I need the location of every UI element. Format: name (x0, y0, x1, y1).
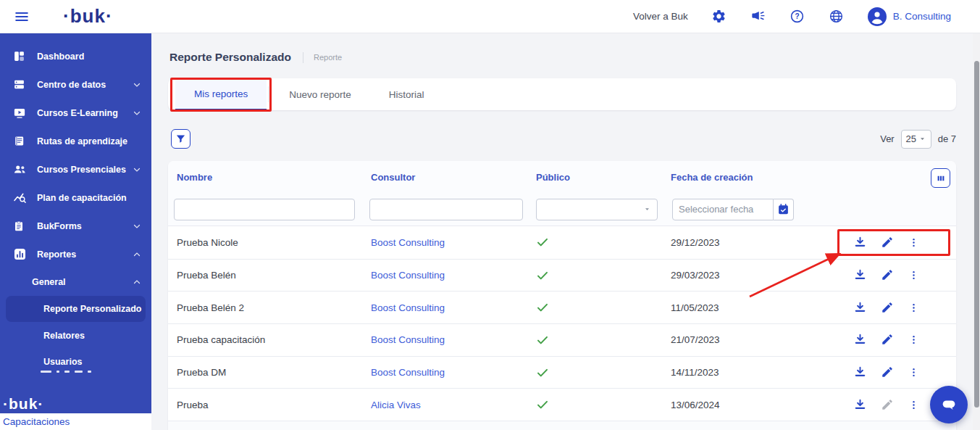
sidebar-item-clipped[interactable] (41, 371, 96, 373)
edit-icon[interactable] (881, 236, 895, 249)
download-icon[interactable] (853, 365, 867, 379)
sidebar-item-rutas-de-aprendizaje[interactable]: Rutas de aprendizaje (0, 127, 151, 155)
filter-button[interactable] (171, 129, 190, 149)
buk-logo: ·buk· (63, 5, 113, 28)
sidebar-item-reportes[interactable]: Reportes (0, 240, 151, 268)
column-header-publico[interactable]: Público (529, 172, 663, 183)
calendar-icon[interactable] (774, 199, 794, 220)
more-options-icon[interactable] (908, 365, 919, 379)
columns-button[interactable] (931, 168, 950, 188)
chevron-down-icon (133, 222, 141, 231)
chevron-down-icon (133, 109, 141, 117)
creation-date: 21/07/2023 (663, 334, 845, 345)
table-row[interactable]: Prueba capacitación Boost Consulting 21/… (168, 323, 956, 356)
sidebar-item-centro-de-datos[interactable]: Centro de datos (0, 70, 151, 99)
chat-launcher-button[interactable] (930, 386, 968, 423)
account-menu[interactable]: B. Consulting (868, 7, 951, 26)
volver-a-buk-link[interactable]: Volver a Buk (633, 11, 688, 22)
edit-icon[interactable] (881, 268, 895, 282)
help-icon[interactable]: ? (790, 9, 805, 25)
table-row[interactable]: Prueba Belén 2 Boost Consulting 11/05/20… (168, 291, 956, 323)
sidebar-item-relatores[interactable]: Relatores (0, 323, 151, 349)
tab-divider (268, 86, 269, 102)
filter-nombre-input[interactable] (174, 199, 355, 220)
edit-icon[interactable] (881, 333, 895, 347)
consultant-link[interactable]: Alicia Vivas (371, 400, 421, 410)
column-header-consultor[interactable]: Consultor (362, 172, 529, 183)
more-options-icon[interactable] (908, 333, 919, 347)
sidebar-item-general[interactable]: General (0, 268, 151, 295)
table-row[interactable]: Prueba Belén Boost Consulting 29/03/2023 (168, 259, 956, 292)
elearning-icon (13, 107, 28, 120)
svg-text:?: ? (795, 12, 800, 20)
sidebar-item-label: Relatores (43, 331, 85, 341)
report-name: Prueba capacitación (168, 334, 362, 345)
table-body: Prueba Nicole Boost Consulting 29/12/202… (168, 226, 956, 421)
sidebar-item-plan-de-capacitaci-n[interactable]: Plan de capacitación (0, 183, 151, 212)
row-actions (845, 301, 956, 315)
account-name: B. Consulting (893, 11, 951, 22)
edit-icon[interactable] (881, 301, 895, 315)
tab-nuevo-reporte[interactable]: Nuevo reporte (270, 78, 370, 110)
more-options-icon[interactable] (908, 301, 919, 315)
check-icon (536, 398, 549, 411)
edit-icon[interactable] (881, 365, 895, 379)
sidebar-item-bukforms[interactable]: BukForms (0, 212, 151, 240)
breadcrumb: Reporte (314, 53, 342, 62)
top-bar: ·buk· Volver a Buk ? B. Consulting (0, 0, 980, 33)
scrollbar-thumb[interactable] (974, 61, 979, 408)
partial-next-row (168, 421, 956, 430)
download-icon[interactable] (853, 398, 867, 412)
sidebar-item-cursos-e-learning[interactable]: Cursos E-Learning (0, 99, 151, 127)
table-row[interactable]: Prueba Nicole Boost Consulting 29/12/202… (168, 226, 956, 259)
download-icon[interactable] (853, 301, 867, 315)
more-options-icon[interactable] (908, 236, 919, 249)
more-options-icon[interactable] (908, 398, 919, 412)
table-row[interactable]: Prueba Alicia Vivas 13/06/2024 (168, 388, 956, 421)
vertical-scrollbar[interactable] (973, 33, 980, 430)
column-header-fecha[interactable]: Fecha de creación (663, 172, 845, 183)
megaphone-icon[interactable] (750, 9, 766, 25)
chevron-down-icon (133, 165, 141, 174)
ver-label: Ver (880, 133, 895, 144)
database-icon (13, 78, 28, 91)
column-header-nombre[interactable]: Nombre (168, 172, 362, 183)
sidebar-item-label: Usuarios (43, 357, 83, 367)
gear-icon[interactable] (711, 9, 727, 25)
table-row[interactable]: Prueba DM Boost Consulting 14/11/2023 (168, 356, 956, 389)
report-name: Prueba Belén (168, 270, 362, 281)
row-actions (845, 333, 956, 347)
sidebar-item-cursos-presenciales[interactable]: Cursos Presenciales (0, 155, 151, 183)
reports-table: Nombre Consultor Público Fecha de creaci… (168, 161, 956, 430)
consultant-link[interactable]: Boost Consulting (371, 302, 445, 313)
tab-historial[interactable]: Historial (370, 78, 443, 110)
sidebar-item-reporte-personalizado[interactable]: Reporte Personalizado (6, 296, 146, 322)
hamburger-icon[interactable] (13, 8, 30, 25)
forms-icon (13, 220, 28, 233)
creation-date: 29/12/2023 (663, 237, 845, 248)
check-icon (536, 236, 549, 249)
table-header-row: Nombre Consultor Público Fecha de creaci… (168, 161, 956, 193)
filter-fecha-input[interactable] (672, 199, 774, 220)
report-name: Prueba Nicole (168, 237, 362, 248)
consultant-link[interactable]: Boost Consulting (371, 237, 445, 248)
edit-icon[interactable] (881, 398, 895, 412)
consultant-link[interactable]: Boost Consulting (371, 334, 445, 345)
consultant-link[interactable]: Boost Consulting (371, 367, 445, 378)
sidebar-item-label: Cursos E-Learning (37, 108, 118, 118)
download-icon[interactable] (853, 333, 867, 347)
consultant-link[interactable]: Boost Consulting (371, 270, 445, 281)
tab-mis-reportes[interactable]: Mis reportes (175, 78, 267, 110)
download-icon[interactable] (853, 268, 867, 282)
more-options-icon[interactable] (908, 268, 919, 282)
report-name: Prueba DM (168, 367, 362, 378)
plan-icon (13, 191, 28, 204)
download-icon[interactable] (853, 236, 867, 249)
creation-date: 14/11/2023 (663, 367, 845, 378)
page-size-select[interactable]: 25 (901, 130, 931, 149)
page-size-value: 25 (905, 133, 916, 144)
sidebar-item-dashboard[interactable]: Dashboard (0, 42, 151, 70)
filter-consultor-input[interactable] (369, 199, 523, 220)
globe-icon[interactable] (829, 9, 845, 25)
filter-publico-select[interactable] (536, 199, 658, 220)
